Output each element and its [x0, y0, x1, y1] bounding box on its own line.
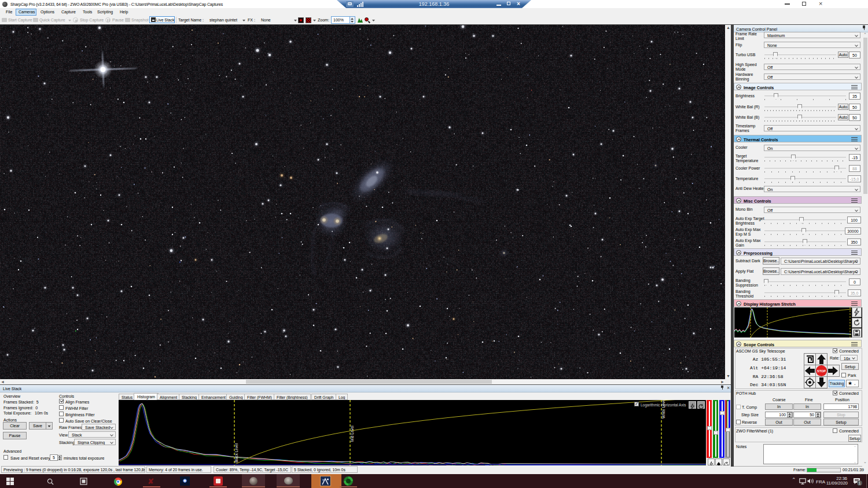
svg-text:STOP: STOP	[817, 369, 826, 373]
svg-text:Mid Level: Mid Level	[350, 425, 354, 442]
svg-text:Black Level: Black Level	[234, 443, 238, 463]
